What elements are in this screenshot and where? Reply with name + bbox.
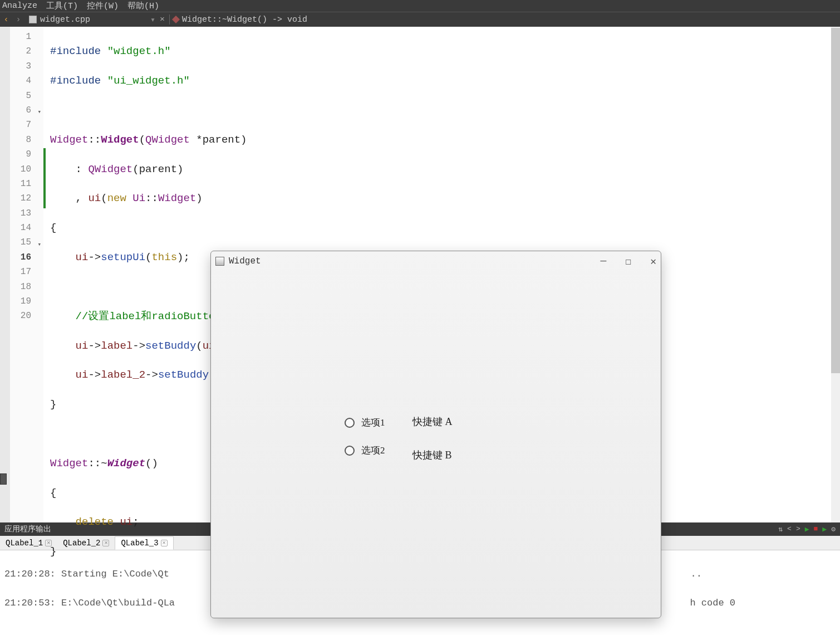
menu-analyze[interactable]: Analyze	[2, 1, 37, 11]
line-number: 8	[10, 133, 31, 147]
output-tab[interactable]: QLabel_3×	[115, 536, 173, 550]
change-mark	[43, 148, 46, 208]
menu-tools[interactable]: 工具(T)	[46, 1, 78, 11]
line-number: 5	[10, 89, 31, 103]
file-icon	[29, 16, 37, 23]
radio-option-2[interactable]: 选项2	[345, 444, 385, 457]
maximize-icon[interactable]: ☐	[625, 255, 631, 267]
line-number: 11	[10, 177, 31, 191]
minimize-icon[interactable]: —	[601, 255, 607, 267]
close-icon[interactable]: ✕	[650, 255, 656, 267]
line-number: 12	[10, 191, 31, 206]
gutter: 1 2 3 4 5 6 ▾ 7 8 9 10 11 12 13 14 15 ▾ …	[10, 27, 43, 522]
radio-icon[interactable]	[345, 418, 355, 428]
vertical-scrollbar[interactable]	[831, 27, 840, 522]
line-number: 2	[10, 44, 31, 58]
app-content: 选项1 快捷键 A 选项2 快捷键 B	[211, 271, 661, 618]
close-icon[interactable]: ×	[102, 540, 109, 546]
prev-icon[interactable]: <	[787, 525, 792, 534]
line-number: 15	[10, 235, 31, 250]
menu-help[interactable]: 帮助(H)	[127, 1, 159, 11]
output-title: 应用程序输出	[4, 524, 51, 534]
shortcut-label-a: 快捷键 A	[412, 415, 453, 428]
app-titlebar[interactable]: Widget — ☐ ✕	[211, 251, 661, 271]
app-title: Widget	[229, 256, 261, 266]
rerun-icon[interactable]: ▶	[822, 525, 827, 534]
run-icon[interactable]: ▶	[805, 525, 809, 534]
menu-widgets[interactable]: 控件(W)	[87, 1, 119, 11]
line-number: 18	[10, 280, 31, 294]
line-number: 13	[10, 206, 31, 221]
line-number: 7	[10, 118, 31, 132]
sidebar-handle[interactable]	[0, 473, 7, 485]
app-window: Widget — ☐ ✕ 选项1 快捷键 A 选项2 快捷键 B	[210, 251, 661, 618]
line-number: 3	[10, 59, 31, 74]
output-tab[interactable]: QLabel_2×	[57, 537, 115, 549]
line-number: 9	[10, 147, 31, 162]
tabbar: ‹ › widget.cpp ▾ × Widget::~Widget() -> …	[0, 12, 840, 27]
radio-icon[interactable]	[345, 446, 355, 456]
settings-icon[interactable]: ⚙	[831, 525, 836, 534]
change-bar	[43, 27, 46, 522]
radio-option-1[interactable]: 选项1	[345, 416, 385, 429]
line-number: 6	[10, 103, 31, 118]
next-icon[interactable]: >	[796, 525, 800, 534]
close-tab-icon[interactable]: ×	[160, 15, 165, 25]
line-number: 16	[10, 250, 31, 265]
line-number: 1	[10, 30, 31, 44]
filter-icon[interactable]: ⇅	[778, 525, 783, 534]
file-tab[interactable]: widget.cpp	[24, 15, 95, 25]
function-icon	[172, 16, 180, 23]
line-number: 4	[10, 74, 31, 88]
close-icon[interactable]: ×	[161, 540, 168, 546]
tab-dropdown-icon[interactable]: ▾	[150, 14, 155, 25]
line-number: 10	[10, 162, 31, 177]
editor-margin	[0, 27, 10, 522]
stop-icon[interactable]: ■	[814, 525, 818, 534]
scrollbar-thumb[interactable]	[831, 28, 840, 373]
app-icon	[215, 257, 224, 266]
radio-label: 选项2	[361, 444, 385, 457]
shortcut-label-b: 快捷键 B	[412, 448, 452, 462]
line-number: 14	[10, 221, 31, 235]
separator	[169, 14, 170, 25]
menubar: Analyze 工具(T) 控件(W) 帮助(H)	[0, 0, 840, 12]
function-signature[interactable]: Widget::~Widget() -> void	[182, 15, 307, 25]
file-name: widget.cpp	[40, 15, 90, 25]
nav-back-icon[interactable]: ‹	[0, 15, 12, 25]
fold-icon[interactable]: ▾	[37, 237, 41, 252]
fold-icon[interactable]: ▾	[37, 105, 41, 119]
output-controls: ⇅ < > ▶ ■ ▶ ⚙	[778, 525, 836, 534]
line-number: 19	[10, 294, 31, 309]
radio-label: 选项1	[361, 416, 385, 429]
line-number: 20	[10, 309, 31, 323]
output-tab[interactable]: QLabel_1×	[0, 537, 57, 549]
nav-forward-icon[interactable]: ›	[12, 15, 24, 25]
close-icon[interactable]: ×	[45, 540, 52, 546]
line-number: 17	[10, 265, 31, 279]
